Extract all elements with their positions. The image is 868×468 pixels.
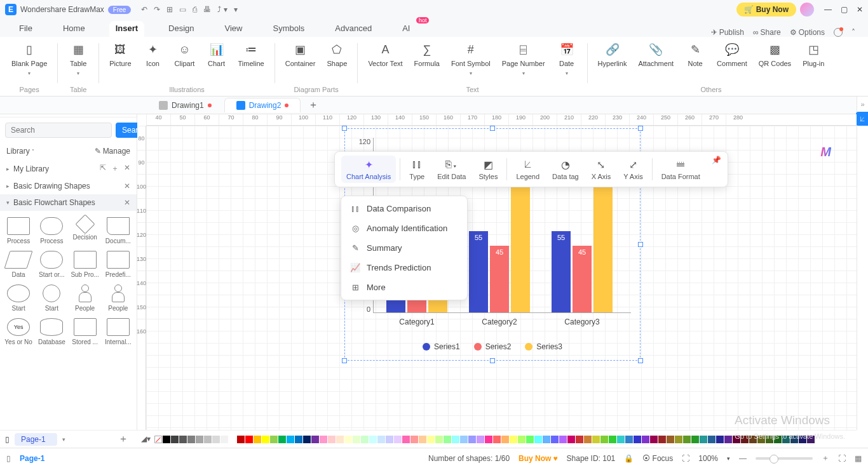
handle-top-right[interactable] (638, 126, 643, 131)
shape-data[interactable]: Data (3, 248, 34, 281)
color-swatch[interactable] (510, 436, 517, 443)
color-swatch[interactable] (328, 436, 336, 443)
shape-database[interactable]: Database (36, 316, 67, 348)
color-swatch[interactable] (427, 436, 435, 443)
share-button[interactable]: ∞ Share (753, 28, 781, 37)
color-swatch[interactable] (757, 436, 765, 443)
export-icon[interactable]: ⤴ ▾ (217, 5, 227, 14)
color-swatch[interactable] (303, 436, 311, 443)
menu-data-comparison[interactable]: ⫿⫿Data Comparison (341, 199, 467, 218)
handle-top-left[interactable] (342, 126, 347, 131)
color-swatch[interactable] (609, 436, 616, 443)
color-swatch[interactable] (402, 436, 410, 443)
color-swatch[interactable] (435, 436, 443, 443)
picture-button[interactable]: 🖼Picture (104, 39, 136, 84)
data-tag-button[interactable]: ◔Data tag (547, 156, 584, 183)
color-swatch[interactable] (295, 436, 302, 443)
color-swatch[interactable] (336, 436, 344, 443)
color-swatch[interactable] (600, 436, 608, 443)
blank-page-button[interactable]: ▯Blank Page▾ (6, 39, 52, 84)
color-swatch[interactable] (782, 436, 790, 443)
settings-icon[interactable]: ▦ (855, 454, 862, 463)
chart-type-button[interactable]: ⫿⫿Type (404, 156, 430, 183)
handle-mid-right[interactable] (638, 242, 643, 247)
open-icon[interactable]: ▭ (179, 5, 186, 14)
notification-icon[interactable] (834, 28, 843, 37)
chart-button[interactable]: 📊Chart (201, 39, 232, 84)
color-swatch[interactable] (534, 436, 542, 443)
handle-bot-mid[interactable] (490, 358, 495, 363)
page-number-button[interactable]: ⌸Page Number▾ (497, 39, 550, 84)
print-icon[interactable]: 🖶 (203, 5, 211, 14)
ai-panel-icon[interactable]: ⟀ (856, 112, 869, 126)
options-button[interactable]: ⚙ Options (790, 28, 825, 37)
container-button[interactable]: ▣Container (280, 39, 321, 84)
color-swatch[interactable] (386, 436, 393, 443)
color-swatch[interactable] (716, 436, 724, 443)
color-swatch[interactable] (625, 436, 633, 443)
no-fill-swatch[interactable] (154, 436, 162, 443)
page-layout-icon[interactable]: ▯ (6, 454, 11, 463)
page-dropdown-icon[interactable]: ▾ (62, 436, 65, 443)
shape-yesno[interactable]: YesYes or No (3, 316, 34, 348)
minimize-icon[interactable]: — (824, 5, 832, 14)
menu-trends[interactable]: 📈Trends Prediction (341, 258, 467, 277)
color-swatch[interactable] (543, 436, 550, 443)
shape-subprocess[interactable]: Sub Pro... (69, 248, 101, 281)
color-swatch[interactable] (741, 436, 749, 443)
shape-decision[interactable]: Decision (69, 215, 101, 247)
color-swatch[interactable] (204, 436, 212, 443)
color-swatch[interactable] (196, 436, 203, 443)
color-swatch[interactable] (237, 436, 245, 443)
pin-icon[interactable]: 📌 (712, 156, 721, 164)
focus-button[interactable]: ⦿ Focus (642, 454, 673, 463)
zoom-out-icon[interactable]: — (739, 454, 747, 463)
handle-bot-right[interactable] (638, 358, 643, 363)
timeline-button[interactable]: ≔Timeline (233, 39, 269, 84)
color-swatch[interactable] (485, 436, 492, 443)
doc-tab-drawing1[interactable]: Drawing1 (147, 98, 223, 112)
color-swatch[interactable] (163, 436, 170, 443)
color-swatch[interactable] (807, 436, 815, 443)
handle-bot-left[interactable] (342, 358, 347, 363)
x-axis-button[interactable]: ⤡X Axis (587, 156, 616, 183)
color-swatch[interactable] (468, 436, 476, 443)
color-swatch[interactable] (394, 436, 402, 443)
chart-analysis-button[interactable]: ✦Chart Analysis (341, 156, 396, 183)
export-lib-icon[interactable]: ⇱ (100, 163, 106, 174)
color-swatch[interactable] (369, 436, 377, 443)
legend-button[interactable]: ⟀Legend (511, 156, 545, 183)
color-swatch[interactable] (187, 436, 195, 443)
color-swatch[interactable] (683, 436, 691, 443)
color-swatch[interactable] (584, 436, 592, 443)
formula-button[interactable]: ∑Formula (409, 39, 445, 84)
tab-design[interactable]: Design (162, 21, 200, 37)
status-page[interactable]: Page-1 (20, 454, 44, 463)
fit-icon[interactable]: ⛶ (682, 454, 689, 463)
shape-process-rounded[interactable]: Process (36, 215, 67, 247)
color-swatch[interactable] (410, 436, 418, 443)
data-format-button[interactable]: ⩸Data Format (656, 156, 705, 183)
color-swatch[interactable] (171, 436, 179, 443)
shape-people-2[interactable]: People (102, 282, 134, 314)
canvas[interactable]: Drawing1 Drawing2 ＋ 40506070809010011012… (137, 97, 857, 430)
color-swatch[interactable] (667, 436, 674, 443)
vector-text-button[interactable]: AVector Text (363, 39, 407, 84)
color-swatch[interactable] (749, 436, 757, 443)
color-swatch[interactable] (212, 436, 220, 443)
color-swatch[interactable] (691, 436, 699, 443)
color-swatch[interactable] (344, 436, 352, 443)
plugin-button[interactable]: ◳Plug-in (797, 39, 829, 84)
shape-stored[interactable]: Stored ... (69, 316, 101, 348)
ai-corner-icon[interactable]: M (820, 145, 831, 159)
color-swatch[interactable] (460, 436, 468, 443)
shape-document[interactable]: Docum... (102, 215, 134, 247)
collapse-ribbon-icon[interactable]: ˄ (851, 28, 855, 37)
library-row[interactable]: Library˄ ✎ Manage (0, 143, 137, 159)
clipart-button[interactable]: ☺Clipart (170, 39, 200, 84)
shape-start-circle[interactable]: Start (36, 282, 67, 314)
font-symbol-button[interactable]: #Font Symbol▾ (446, 39, 496, 84)
expand-right-icon[interactable]: » (860, 100, 864, 108)
add-tab-button[interactable]: ＋ (302, 98, 325, 112)
menu-anomaly[interactable]: ◎Anomaly Identification (341, 218, 467, 238)
